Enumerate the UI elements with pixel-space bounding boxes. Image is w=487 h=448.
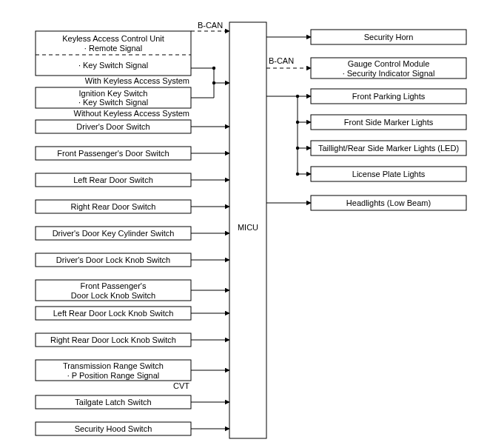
without-keyless-label: Without Keyless Access System (74, 109, 190, 118)
svg-text:· Key Switch Signal: · Key Switch Signal (78, 98, 148, 107)
input-label: Right Rear Door Switch (71, 202, 156, 211)
input-label: Security Hood Switch (75, 424, 152, 433)
svg-point-17 (296, 173, 299, 175)
svg-text:· Remote Signal: · Remote Signal (84, 44, 142, 53)
bcan-right-label: B-CAN (269, 56, 294, 65)
input-label: Tailgate Latch Switch (75, 398, 151, 407)
input-label: Left Rear Door Switch (73, 175, 153, 184)
bcan-left-label: B-CAN (198, 21, 223, 30)
output-label: Front Side Marker Lights (344, 118, 434, 127)
output-label: License Plate Lights (352, 170, 426, 178)
input-label: Front Passenger'sDoor Lock Knob Switch (71, 281, 155, 300)
svg-point-16 (296, 147, 299, 150)
svg-text:Keyless Access Control Unit: Keyless Access Control Unit (62, 34, 164, 43)
cvt-label: CVT (173, 381, 189, 390)
output-label: Security Horn (364, 33, 414, 41)
input-label: Left Rear Door Lock Knob Switch (53, 309, 174, 318)
input-label: Driver's Door Key Cylinder Switch (53, 229, 175, 238)
svg-point-11 (212, 81, 215, 84)
input-label: Right Rear Door Lock Knob Switch (50, 335, 176, 344)
svg-text:· Key Switch Signal: · Key Switch Signal (78, 61, 148, 70)
svg-point-9 (212, 67, 215, 70)
micu-label: MICU (238, 223, 258, 232)
output-label: Taillight/Rear Side Marker Lights (LED) (318, 144, 459, 153)
input-label: Front Passenger's Door Switch (57, 149, 169, 158)
input-label: Driver's Door Lock Knob Switch (56, 255, 170, 264)
svg-point-15 (296, 121, 299, 124)
svg-point-14 (296, 95, 299, 98)
output-label: Headlights (Low Beam) (346, 198, 431, 207)
svg-text:Ignition Key Switch: Ignition Key Switch (79, 89, 148, 98)
with-keyless-label: With Keyless Access System (85, 76, 189, 85)
output-label: Front Parking Lights (352, 92, 426, 101)
input-label: Driver's Door Switch (76, 122, 150, 131)
input-label: Transmission Range Switch· P Position Ra… (63, 361, 164, 380)
output-label: Gauge Control Module· Security Indicator… (343, 59, 435, 78)
